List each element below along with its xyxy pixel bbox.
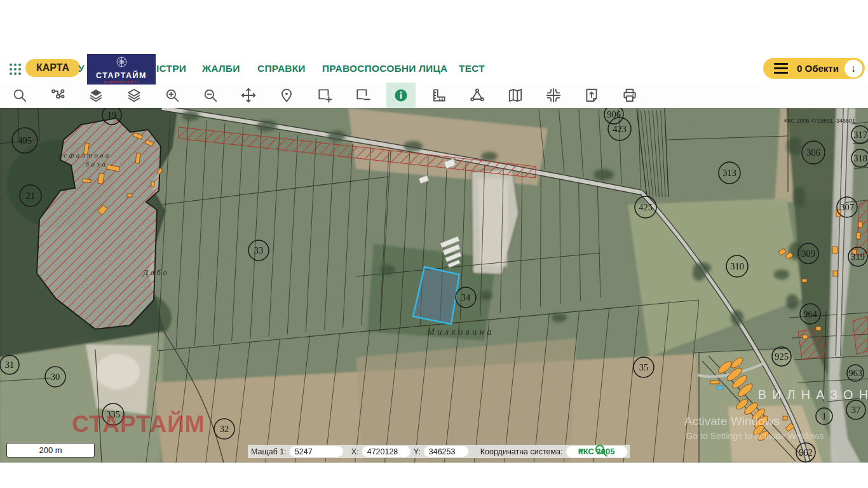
download-arrow-button[interactable]: ↓	[844, 60, 862, 78]
polygon-measure-icon	[469, 87, 485, 104]
logo-subtitle: НЕДВИЖИМИ ИМОТИ	[87, 81, 156, 84]
coordinate-grid-icon	[545, 87, 562, 104]
menu-icon	[774, 60, 788, 76]
nav-item-registri-fragment[interactable]: ІСТРИ	[156, 63, 186, 74]
noise-overlay	[0, 108, 868, 463]
select-minus-icon	[355, 87, 371, 104]
search-button[interactable]	[7, 83, 32, 108]
objects-counter-button[interactable]: 0 Обекти ↓	[763, 58, 865, 79]
layers-filled-button[interactable]	[83, 83, 109, 108]
scale-label: Мащаб 1:	[248, 447, 290, 456]
startime-logo-overlay: СТАРТАЙМ НЕДВИЖИМИ ИМОТИ	[87, 54, 156, 85]
location-pin-icon	[278, 87, 295, 104]
nav-item-spravki[interactable]: СПРАВКИ	[257, 63, 306, 74]
map-toolbar	[0, 83, 868, 108]
map-scale-bar: 200 m	[6, 443, 95, 458]
scale-bar-label: 200 m	[39, 445, 62, 455]
export-icon	[583, 87, 600, 104]
zoom-out-icon	[202, 87, 219, 104]
satellite-map: 1949521333490642342531330631731830730931…	[0, 108, 868, 463]
scale-input[interactable]	[290, 446, 343, 457]
info-icon	[393, 87, 409, 104]
info-button[interactable]	[386, 83, 416, 108]
location-pin-button[interactable]	[274, 83, 299, 108]
y-coordinate-input[interactable]	[424, 446, 468, 457]
select-plus-button[interactable]	[312, 83, 337, 108]
select-features-icon	[50, 87, 66, 104]
zoom-in-button[interactable]	[159, 83, 185, 108]
map-canvas[interactable]: 1949521333490642342531330631731830730931…	[0, 108, 868, 463]
print-button[interactable]	[617, 83, 642, 108]
zoom-in-icon	[164, 87, 180, 104]
startime-emblem-icon	[115, 55, 128, 69]
search-icon	[11, 87, 28, 104]
layers-icon	[126, 87, 142, 104]
apps-grid-icon[interactable]	[8, 62, 22, 76]
polygon-measure-button[interactable]	[465, 83, 490, 108]
objects-count-label: 0 Обекти	[797, 63, 839, 74]
logo-title: СТАРТАЙМ	[87, 71, 156, 80]
select-plus-icon	[316, 87, 333, 104]
coordinate-grid-button[interactable]	[541, 83, 566, 108]
nav-item-zhalbi[interactable]: ЖАЛБИ	[202, 63, 240, 74]
nav-item-pravosposobni-litsa[interactable]: ПРАВОСПОСОБНИ ЛИЦА	[322, 63, 447, 74]
nav-item-test[interactable]: ТЕСТ	[459, 63, 485, 74]
pan-button[interactable]	[236, 83, 261, 108]
x-coordinate-input[interactable]	[362, 446, 410, 457]
measure-button[interactable]	[426, 83, 452, 108]
crs-dropdown-caret-icon[interactable]: ▼	[578, 447, 585, 454]
zoom-out-button[interactable]	[198, 83, 223, 108]
select-features-button[interactable]	[45, 83, 71, 108]
print-icon	[621, 87, 638, 104]
select-minus-button[interactable]	[350, 83, 376, 108]
export-button[interactable]	[579, 83, 604, 108]
layers-button[interactable]	[121, 83, 147, 108]
map-sheet-button[interactable]	[503, 83, 528, 108]
nav-item-uslugi-fragment[interactable]: У	[78, 63, 85, 74]
crs-label: Координатна система:	[477, 447, 566, 456]
layers-filled-icon	[88, 87, 104, 104]
x-coordinate-label: X:	[348, 447, 362, 456]
status-bar: Мащаб 1: X: Y: Координатна система: ККС …	[248, 445, 630, 458]
y-coordinate-label: Y:	[410, 447, 424, 456]
pan-icon	[240, 87, 257, 104]
nav-item-karta[interactable]: КАРТА	[25, 59, 80, 77]
map-sheet-icon	[507, 87, 524, 104]
coordinates-search-button[interactable]	[593, 443, 609, 461]
measure-icon	[431, 87, 447, 104]
